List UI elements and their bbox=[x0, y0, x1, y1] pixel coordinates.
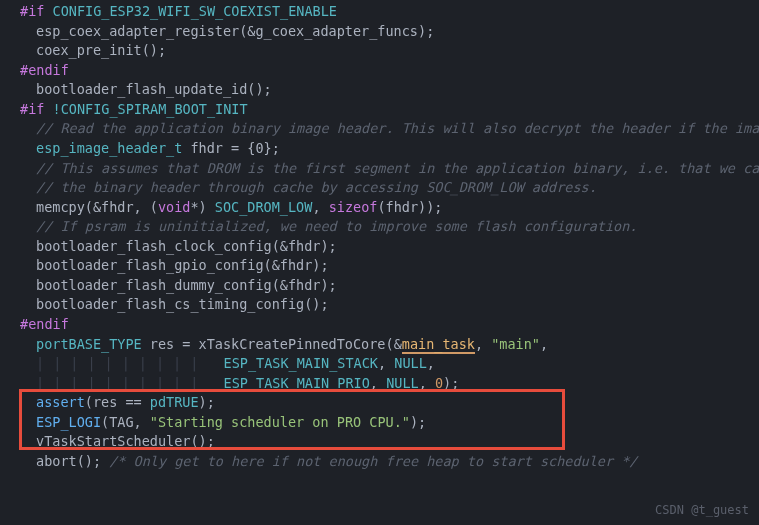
indent-guides: |||||||||| bbox=[36, 374, 207, 394]
comment: // Read the application binary image hea… bbox=[36, 120, 759, 136]
code-line: abort(); /* Only get to here if not enou… bbox=[0, 452, 759, 472]
code-line: |||||||||| ESP_TASK_MAIN_PRIO, NULL, 0); bbox=[0, 374, 759, 394]
indent-guides: |||||||||| bbox=[36, 354, 207, 374]
watermark: CSDN @t_guest bbox=[655, 502, 749, 519]
code-line: // the binary header through cache by ac… bbox=[0, 178, 759, 198]
comment: // the binary header through cache by ac… bbox=[36, 179, 597, 195]
preprocessor-endif: #endif bbox=[20, 62, 69, 78]
code-line: bootloader_flash_clock_config(&fhdr); bbox=[0, 237, 759, 257]
type-name: portBASE_TYPE bbox=[36, 336, 142, 352]
code-line: bootloader_flash_gpio_config(&fhdr); bbox=[0, 256, 759, 276]
code-line: #if CONFIG_ESP32_WIFI_SW_COEXIST_ENABLE bbox=[0, 2, 759, 22]
preprocessor-directive: #if bbox=[20, 101, 44, 117]
string-literal: "Starting scheduler on PRO CPU." bbox=[150, 414, 410, 430]
comment: // If psram is uninitialized, we need to… bbox=[36, 218, 637, 234]
code-line: |||||||||| ESP_TASK_MAIN_STACK, NULL, bbox=[0, 354, 759, 374]
code-line: portBASE_TYPE res = xTaskCreatePinnedToC… bbox=[0, 335, 759, 355]
highlighted-symbol: main_task bbox=[402, 336, 475, 354]
code-line: // This assumes that DROM is the first s… bbox=[0, 159, 759, 179]
macro-name: CONFIG_ESP32_WIFI_SW_COEXIST_ENABLE bbox=[44, 3, 337, 19]
code-editor: #if CONFIG_ESP32_WIFI_SW_COEXIST_ENABLE … bbox=[0, 0, 759, 474]
code-line: #if !CONFIG_SPIRAM_BOOT_INIT bbox=[0, 100, 759, 120]
code-line: coex_pre_init(); bbox=[0, 41, 759, 61]
code-line: bootloader_flash_dummy_config(&fhdr); bbox=[0, 276, 759, 296]
code-line: #endif bbox=[0, 61, 759, 81]
code-line: bootloader_flash_cs_timing_config(); bbox=[0, 295, 759, 315]
code-line: bootloader_flash_update_id(); bbox=[0, 80, 759, 100]
code-line: #endif bbox=[0, 315, 759, 335]
code-line: memcpy(&fhdr, (void*) SOC_DROM_LOW, size… bbox=[0, 198, 759, 218]
code-line: esp_coex_adapter_register(&g_coex_adapte… bbox=[0, 22, 759, 42]
comment: // This assumes that DROM is the first s… bbox=[36, 160, 759, 176]
code-line: vTaskStartScheduler(); bbox=[0, 432, 759, 452]
preprocessor-endif: #endif bbox=[20, 316, 69, 332]
comment: /* Only get to here if not enough free h… bbox=[109, 453, 637, 469]
code-line: // If psram is uninitialized, we need to… bbox=[0, 217, 759, 237]
code-line: esp_image_header_t fhdr = {0}; bbox=[0, 139, 759, 159]
code-line: // Read the application binary image hea… bbox=[0, 119, 759, 139]
macro-name: !CONFIG_SPIRAM_BOOT_INIT bbox=[44, 101, 247, 117]
type-name: esp_image_header_t bbox=[36, 140, 182, 156]
preprocessor-directive: #if bbox=[20, 3, 44, 19]
string-literal: "main" bbox=[491, 336, 540, 352]
code-line: ESP_LOGI(TAG, "Starting scheduler on PRO… bbox=[0, 413, 759, 433]
code-line: assert(res == pdTRUE); bbox=[0, 393, 759, 413]
